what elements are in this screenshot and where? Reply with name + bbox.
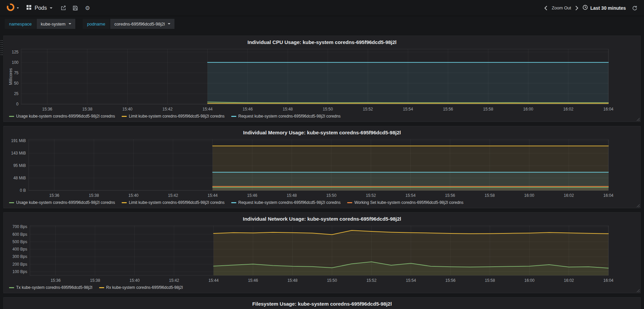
series-color-swatch <box>9 202 14 203</box>
svg-text:15:56: 15:56 <box>445 193 455 198</box>
svg-text:0 B: 0 B <box>20 188 26 193</box>
svg-text:15:44: 15:44 <box>207 193 217 198</box>
network-chart[interactable]: 100 Bps200 Bps300 Bps400 Bps500 Bps600 B… <box>7 223 637 284</box>
zoom-out-button[interactable]: Zoom Out <box>552 5 571 10</box>
svg-text:16:04: 16:04 <box>603 278 613 283</box>
refresh-button[interactable] <box>630 3 639 13</box>
svg-text:15:52: 15:52 <box>366 193 376 198</box>
dashboard-grid: Individual CPU Usage: kube-system coredn… <box>0 32 644 309</box>
svg-text:16:04: 16:04 <box>603 107 613 112</box>
svg-text:75: 75 <box>14 71 19 75</box>
svg-text:700 Bps: 700 Bps <box>12 224 27 229</box>
variable-namespace: namespace kube-system <box>5 19 75 29</box>
svg-text:191 MiB: 191 MiB <box>11 138 26 143</box>
time-range-button[interactable]: Last 30 minutes <box>582 5 626 11</box>
svg-text:15:56: 15:56 <box>445 278 455 283</box>
svg-text:15:36: 15:36 <box>42 107 52 112</box>
variable-select-namespace[interactable]: kube-system <box>37 19 75 29</box>
time-shift-back-button[interactable] <box>544 6 548 10</box>
series-color-swatch <box>122 116 127 117</box>
memory-chart[interactable]: 0 B48 MiB95 MiB143 MiB191 MiB15:3615:381… <box>7 137 637 199</box>
panel-memory: Individual Memory Usage: kube-system cor… <box>3 126 641 208</box>
chevron-down-icon <box>69 23 71 25</box>
time-range-label: Last 30 minutes <box>590 5 626 11</box>
svg-text:15:44: 15:44 <box>208 278 218 283</box>
svg-text:100: 100 <box>12 60 18 65</box>
logo-caret-icon <box>17 7 19 9</box>
svg-text:16:04: 16:04 <box>603 193 613 198</box>
variable-value-namespace: kube-system <box>41 21 66 27</box>
svg-text:125: 125 <box>12 50 18 54</box>
legend-item[interactable]: Working Set kube-system coredns-695f96dc… <box>347 200 464 205</box>
legend-item[interactable]: Tx kube-system coredns-695f96dcd5-98j2l <box>9 285 92 290</box>
svg-text:15:42: 15:42 <box>168 193 178 198</box>
legend-item[interactable]: Request kube-system coredns-695f96dcd5-9… <box>231 200 340 205</box>
variable-select-podname[interactable]: coredns-695f96dcd5-98j2l <box>110 19 174 29</box>
network-legend: Tx kube-system coredns-695f96dcd5-98j2lR… <box>7 284 637 292</box>
variable-label-namespace: namespace <box>5 19 36 29</box>
svg-text:300 Bps: 300 Bps <box>12 254 27 259</box>
svg-text:15:48: 15:48 <box>283 107 293 112</box>
svg-text:500 Bps: 500 Bps <box>12 239 27 244</box>
svg-text:16:02: 16:02 <box>563 107 573 112</box>
panel-filesystem: Filesystem Usage: kube-system coredns-69… <box>3 297 641 309</box>
svg-text:15:42: 15:42 <box>162 107 172 112</box>
svg-text:15:48: 15:48 <box>287 193 297 198</box>
svg-text:15:40: 15:40 <box>122 107 132 112</box>
series-color-swatch <box>9 116 14 117</box>
svg-text:15:50: 15:50 <box>326 193 336 198</box>
svg-text:Millicores: Millicores <box>8 68 13 85</box>
series-color-swatch <box>347 202 352 203</box>
svg-text:16:02: 16:02 <box>564 193 574 198</box>
svg-text:15:50: 15:50 <box>327 278 337 283</box>
legend-item[interactable]: Request kube-system coredns-695f96dcd5-9… <box>231 114 340 119</box>
svg-text:15:58: 15:58 <box>483 107 493 112</box>
series-color-swatch <box>9 287 14 288</box>
svg-text:95 MiB: 95 MiB <box>13 163 26 168</box>
svg-text:15:54: 15:54 <box>405 193 415 198</box>
svg-text:16:02: 16:02 <box>564 278 574 283</box>
cpu-legend: Usage kube-system coredns-695f96dcd5-98j… <box>7 113 637 120</box>
variable-label-podname: podname <box>83 19 110 29</box>
svg-text:16:00: 16:00 <box>524 193 534 198</box>
variable-value-podname: coredns-695f96dcd5-98j2l <box>114 21 165 27</box>
svg-text:48 MiB: 48 MiB <box>13 176 26 180</box>
legend-item[interactable]: Limit kube-system coredns-695f96dcd5-98j… <box>122 200 225 205</box>
settings-button[interactable]: ⚙ <box>83 3 92 13</box>
panel-title-filesystem[interactable]: Filesystem Usage: kube-system coredns-69… <box>7 299 637 308</box>
panel-title-network[interactable]: Individual Network Usage: kube-system co… <box>7 214 637 223</box>
grafana-logo-button[interactable] <box>5 2 20 14</box>
svg-text:15:40: 15:40 <box>129 278 139 283</box>
svg-text:15:52: 15:52 <box>366 278 376 283</box>
chevron-down-icon <box>168 23 170 25</box>
time-shift-forward-button[interactable] <box>575 6 578 10</box>
share-button[interactable] <box>58 3 68 13</box>
dashboard-grid-icon <box>26 5 32 11</box>
legend-item[interactable]: Rx kube-system coredns-695f96dcd5-98j2l <box>99 285 183 290</box>
panel-title-cpu[interactable]: Individual CPU Usage: kube-system coredn… <box>7 37 637 46</box>
dashboard-picker[interactable]: Pods <box>23 3 56 13</box>
svg-text:15:48: 15:48 <box>287 278 297 283</box>
svg-text:400 Bps: 400 Bps <box>12 247 27 252</box>
legend-item[interactable]: Usage kube-system coredns-695f96dcd5-98j… <box>9 200 115 205</box>
svg-text:15:58: 15:58 <box>485 278 495 283</box>
svg-text:15:42: 15:42 <box>169 278 179 283</box>
svg-text:15:44: 15:44 <box>202 107 212 112</box>
svg-text:15:38: 15:38 <box>82 107 92 112</box>
legend-label: Rx kube-system coredns-695f96dcd5-98j2l <box>106 285 183 290</box>
svg-text:100 Bps: 100 Bps <box>12 269 27 274</box>
legend-item[interactable]: Usage kube-system coredns-695f96dcd5-98j… <box>9 114 115 119</box>
svg-text:15:38: 15:38 <box>89 193 99 198</box>
legend-item[interactable]: Limit kube-system coredns-695f96dcd5-98j… <box>122 114 225 119</box>
panel-title-memory[interactable]: Individual Memory Usage: kube-system cor… <box>7 128 637 137</box>
svg-text:15:54: 15:54 <box>403 107 413 112</box>
svg-text:15:46: 15:46 <box>243 107 253 112</box>
legend-label: Working Set kube-system coredns-695f96dc… <box>354 200 464 205</box>
svg-text:15:56: 15:56 <box>443 107 453 112</box>
save-button[interactable] <box>71 3 80 13</box>
cpu-chart[interactable]: 025507510012515:3615:3815:4015:4215:4415… <box>7 46 637 113</box>
svg-text:15:36: 15:36 <box>50 278 61 283</box>
legend-label: Tx kube-system coredns-695f96dcd5-98j2l <box>16 285 92 290</box>
panel-drag-handle[interactable] <box>0 40 3 56</box>
series-color-swatch <box>231 116 236 117</box>
